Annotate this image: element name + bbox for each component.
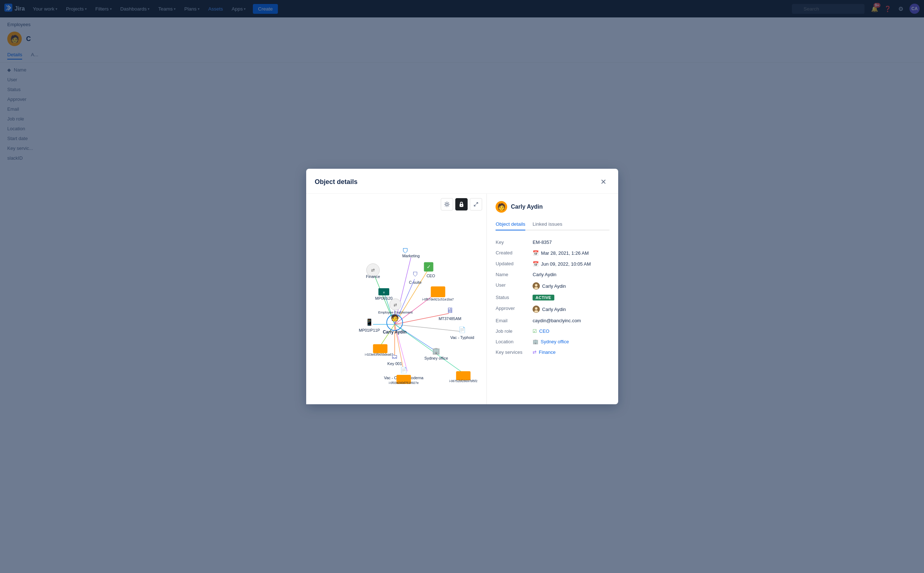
- svg-text:Key 001: Key 001: [387, 362, 402, 366]
- svg-point-65: [535, 310, 538, 312]
- approver-avatar-small: [533, 305, 540, 313]
- svg-text:Sydney office: Sydney office: [424, 356, 448, 360]
- svg-point-62: [535, 287, 538, 289]
- graph-expand-button[interactable]: [470, 198, 482, 210]
- svg-text:⇄: ⇄: [371, 268, 375, 272]
- field-status: Status ACTIVE: [496, 292, 609, 303]
- svg-text:📄: 📄: [458, 326, 466, 333]
- svg-text:⇄: ⇄: [394, 303, 397, 307]
- svg-text:🧑: 🧑: [390, 314, 399, 322]
- tab-linked-issues[interactable]: Linked issues: [533, 218, 562, 230]
- graph-settings-button[interactable]: [441, 198, 453, 210]
- jobrole-link[interactable]: CEO: [539, 329, 549, 334]
- graph-toolbar: [441, 198, 482, 210]
- field-name: Name Carly Aydin: [496, 269, 609, 280]
- object-details-modal: Object details ✕: [306, 169, 618, 404]
- svg-text:🖥: 🖥: [446, 306, 453, 314]
- modal-close-button[interactable]: ✕: [598, 176, 610, 188]
- svg-text:MP06S20: MP06S20: [375, 296, 392, 301]
- svg-point-1: [446, 203, 448, 205]
- field-jobrole: Job role ☑ CEO: [496, 326, 609, 337]
- modal-header: Object details ✕: [306, 169, 618, 194]
- svg-line-6: [394, 268, 429, 324]
- tab-object-details[interactable]: Object details: [496, 218, 525, 230]
- svg-rect-31: [431, 286, 445, 297]
- keyservices-share-icon: ⇄: [533, 349, 536, 355]
- svg-text:CEO: CEO: [426, 274, 435, 278]
- modal-title: Object details: [315, 178, 358, 186]
- svg-point-3: [461, 205, 462, 206]
- calendar-icon: 📅: [533, 250, 539, 256]
- svg-text:Employee Enablement: Employee Enablement: [378, 310, 413, 314]
- svg-text:i-0f03e240d7518927e: i-0f03e240d7518927e: [389, 381, 419, 385]
- location-link[interactable]: Sydney office: [541, 339, 569, 344]
- svg-text:i-06752bf28697bf5f2: i-06752bf28697bf5f2: [449, 379, 477, 383]
- modal-overlay: Object details ✕: [0, 0, 924, 573]
- svg-text:MT37485AM: MT37485AM: [438, 316, 461, 321]
- svg-text:i-023e83f965bdea67...: i-023e83f965bdea67...: [364, 353, 396, 356]
- modal-body: ⇄ Finance ⛉ Marketing ✓ CEO ⛉ C-s: [306, 194, 618, 404]
- svg-text:🗂: 🗂: [391, 353, 398, 360]
- svg-text:⛉: ⛉: [412, 271, 418, 278]
- field-key: Key EM-8357: [496, 237, 609, 247]
- graph-visualization: ⇄ Finance ⛉ Marketing ✓ CEO ⛉ C-s: [306, 194, 487, 404]
- field-location: Location 🏢 Sydney office: [496, 337, 609, 347]
- details-fields-table: Key EM-8357 Created 📅 Mar 28, 2021, 1:26…: [496, 237, 609, 357]
- svg-text:Vac - Typhoid: Vac - Typhoid: [450, 335, 474, 340]
- svg-text:MP01IP11P: MP01IP11P: [359, 328, 380, 332]
- svg-text:Marketing: Marketing: [402, 254, 419, 258]
- svg-line-13: [380, 324, 395, 346]
- field-email: Email caydin@banclyinc.com: [496, 315, 609, 326]
- field-approver: Approver Carly Aydin: [496, 303, 609, 315]
- status-badge: ACTIVE: [533, 295, 554, 301]
- keyservices-link[interactable]: Finance: [539, 349, 555, 355]
- svg-text:Finance: Finance: [366, 274, 380, 279]
- svg-text:C-suite: C-suite: [409, 280, 422, 285]
- svg-text:Carly Aydin: Carly Aydin: [383, 329, 406, 335]
- details-tabs: Object details Linked issues: [496, 218, 609, 230]
- field-created: Created 📅 Mar 28, 2021, 1:26 AM: [496, 247, 609, 258]
- svg-text:✓: ✓: [426, 264, 431, 269]
- graph-lock-button[interactable]: [455, 198, 467, 210]
- svg-rect-46: [373, 344, 388, 353]
- details-person-name: Carly Aydin: [511, 204, 543, 210]
- location-building-icon: 🏢: [533, 339, 538, 344]
- svg-point-61: [535, 284, 538, 286]
- field-user: User Carly Aydin: [496, 280, 609, 292]
- svg-text:📱: 📱: [365, 318, 374, 326]
- svg-point-64: [535, 307, 538, 310]
- details-avatar-icon: 🧑: [496, 201, 507, 213]
- svg-text:📄: 📄: [400, 366, 407, 373]
- graph-panel: ⇄ Finance ⛉ Marketing ✓ CEO ⛉ C-s: [306, 194, 487, 404]
- jobrole-check-icon: ☑: [533, 329, 537, 334]
- field-updated: Updated 📅 Jun 09, 2022, 10:05 AM: [496, 258, 609, 269]
- calendar-icon: 📅: [533, 261, 539, 267]
- user-avatar-small: [533, 282, 540, 290]
- svg-text:🏢: 🏢: [432, 347, 441, 355]
- details-panel: 🧑 Carly Aydin Object details Linked issu…: [487, 194, 618, 404]
- svg-text:≡: ≡: [383, 291, 385, 294]
- details-header: 🧑 Carly Aydin: [496, 201, 609, 213]
- field-keyservices: Key services ⇄ Finance: [496, 347, 609, 357]
- svg-text:i-0f57de921c51e1ba7: i-0f57de921c51e1ba7: [422, 297, 454, 301]
